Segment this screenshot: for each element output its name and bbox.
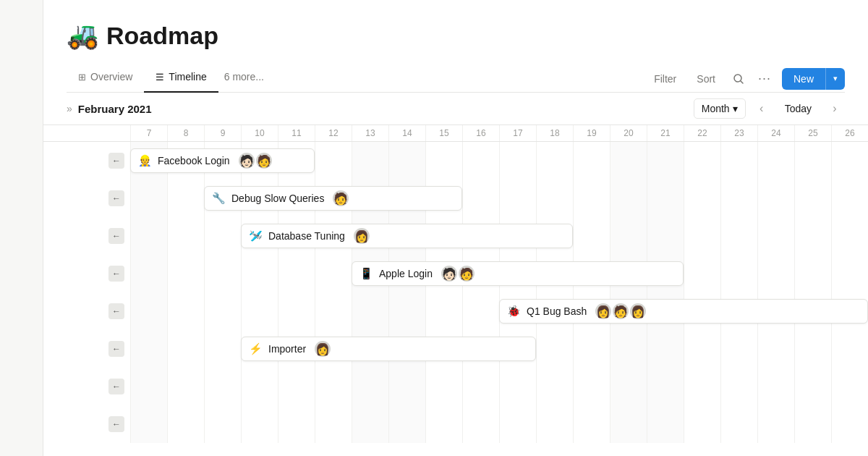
task-row: ←📱Apple Login🧑🏻🧑	[43, 255, 868, 292]
task-bar-debug-slow-queries[interactable]: 🔧Debug Slow Queries🧑	[204, 186, 462, 211]
task-avatars: 🧑	[333, 190, 349, 206]
task-bar-facebook-login[interactable]: 👷Facebook Login🧑🏻🧑	[130, 148, 315, 173]
task-row: ←🐞Q1 Bug Bash👩🧑👩	[43, 292, 868, 330]
view-mode-label: Month	[702, 103, 730, 114]
page-title-text: Roadmap	[106, 22, 218, 50]
tab-timeline[interactable]: ☰ Timeline	[144, 65, 218, 93]
collapse-arrow[interactable]: ←	[109, 416, 124, 432]
day-header-21: 21	[647, 125, 684, 141]
tab-more[interactable]: 6 more...	[218, 65, 270, 93]
day-header-24: 24	[757, 125, 794, 141]
task-name: Importer	[268, 343, 306, 355]
task-row: ←👷Facebook Login🧑🏻🧑	[43, 142, 868, 180]
task-emoji: ⚡	[249, 342, 263, 355]
table-icon: ⊞	[78, 72, 86, 83]
main-content: 🚜 Roadmap ⊞ Overview ☰ Timeline 6 more..…	[43, 0, 868, 456]
day-header-23: 23	[720, 125, 757, 141]
task-bar-area: ⚡Importer👩	[130, 330, 868, 368]
task-bar-q1-bug-bash[interactable]: 🐞Q1 Bug Bash👩🧑👩	[499, 299, 868, 324]
page-title-emoji: 🚜	[67, 20, 99, 51]
collapse-arrow[interactable]: ←	[109, 266, 124, 282]
task-bar-area	[130, 368, 868, 405]
collapse-arrow[interactable]: ←	[109, 153, 124, 169]
filter-label: Filter	[654, 73, 676, 85]
row-label: ←	[43, 379, 130, 394]
task-name: Database Tuning	[268, 230, 345, 242]
task-row: ←	[43, 405, 868, 443]
task-avatars: 🧑🏻🧑	[239, 153, 272, 169]
sort-button[interactable]: Sort	[688, 69, 724, 89]
prev-button[interactable]: ‹	[752, 98, 772, 119]
filter-button[interactable]: Filter	[645, 69, 685, 89]
task-row: ←	[43, 368, 868, 405]
avatar: 🧑	[459, 266, 475, 282]
day-header-16: 16	[462, 125, 499, 141]
task-bar-area: 🛩️Database Tuning👩	[130, 217, 868, 255]
new-button[interactable]: New	[782, 68, 825, 90]
day-header-11: 11	[278, 125, 315, 141]
task-name: Q1 Bug Bash	[527, 305, 587, 317]
more-options-button[interactable]: ···	[753, 67, 776, 90]
day-header-19: 19	[573, 125, 610, 141]
tab-more-label: 6 more...	[224, 71, 264, 83]
collapse-arrow[interactable]: ←	[109, 303, 124, 319]
task-bar-database-tuning[interactable]: 🛩️Database Tuning👩	[241, 224, 573, 248]
task-bar-area: 📱Apple Login🧑🏻🧑	[130, 255, 868, 292]
task-row: ←⚡Importer👩	[43, 330, 868, 368]
avatar: 👩	[595, 303, 611, 319]
collapse-arrow[interactable]: ←	[109, 379, 124, 394]
today-button[interactable]: Today	[778, 99, 819, 118]
task-name: Facebook Login	[158, 155, 230, 166]
day-header-26: 26	[831, 125, 868, 141]
day-header-17: 17	[499, 125, 536, 141]
more-dots: ···	[758, 71, 771, 86]
collapse-arrow[interactable]: ←	[109, 190, 124, 206]
next-button[interactable]: ›	[825, 98, 845, 119]
task-name: Debug Slow Queries	[231, 193, 324, 204]
task-bar-apple-login[interactable]: 📱Apple Login🧑🏻🧑	[352, 261, 684, 286]
day-header-8: 8	[167, 125, 204, 141]
task-bar-importer[interactable]: ⚡Importer👩	[241, 337, 536, 361]
tab-overview[interactable]: ⊞ Overview	[67, 65, 144, 93]
tabs-left: ⊞ Overview ☰ Timeline 6 more...	[67, 65, 645, 92]
day-header-13: 13	[352, 125, 388, 141]
day-headers: 7891011121314151617181920212223242526	[43, 125, 868, 142]
tab-overview-label: Overview	[90, 71, 132, 83]
calendar-area: 7891011121314151617181920212223242526 ←👷…	[43, 125, 868, 456]
day-header-12: 12	[315, 125, 352, 141]
day-header-14: 14	[388, 125, 425, 141]
search-button[interactable]	[727, 67, 750, 90]
search-icon	[733, 73, 744, 85]
task-bar-area	[130, 405, 868, 443]
day-header-22: 22	[684, 125, 720, 141]
day-header-10: 10	[241, 125, 278, 141]
task-bar-area: 🐞Q1 Bug Bash👩🧑👩	[130, 292, 868, 330]
tabs-bar: ⊞ Overview ☰ Timeline 6 more... Filter S…	[67, 65, 845, 93]
task-row: ←🛩️Database Tuning👩	[43, 217, 868, 255]
view-mode-dropdown[interactable]: Month ▾	[694, 98, 746, 119]
task-emoji: 📱	[359, 267, 373, 280]
timeline-nav-left: » February 2021	[67, 103, 694, 115]
row-label: ←	[43, 341, 130, 357]
tab-timeline-label: Timeline	[169, 71, 206, 83]
task-bar-area: 👷Facebook Login🧑🏻🧑	[130, 142, 868, 180]
task-name: Apple Login	[379, 268, 433, 279]
timeline-nav-right: Month ▾ ‹ Today ›	[694, 98, 845, 119]
row-label: ←	[43, 416, 130, 432]
task-avatars: 👩	[354, 228, 370, 244]
task-avatars: 👩	[315, 341, 331, 357]
new-chevron-button[interactable]: ▾	[825, 68, 845, 90]
task-emoji: 🛩️	[249, 229, 263, 242]
expand-icon[interactable]: »	[67, 103, 72, 114]
collapse-arrow[interactable]: ←	[109, 228, 124, 244]
day-cells-header: 7891011121314151617181920212223242526	[130, 125, 868, 141]
row-label: ←	[43, 228, 130, 244]
collapse-arrow[interactable]: ←	[109, 341, 124, 357]
row-label: ←	[43, 303, 130, 319]
header: 🚜 Roadmap ⊞ Overview ☰ Timeline 6 more..…	[43, 0, 868, 93]
row-label: ←	[43, 153, 130, 169]
task-emoji: 👷	[138, 154, 152, 167]
tabs-right: Filter Sort ··· New ▾	[645, 67, 845, 90]
task-bar-area: 🔧Debug Slow Queries🧑	[130, 180, 868, 217]
task-emoji: 🐞	[507, 305, 521, 318]
